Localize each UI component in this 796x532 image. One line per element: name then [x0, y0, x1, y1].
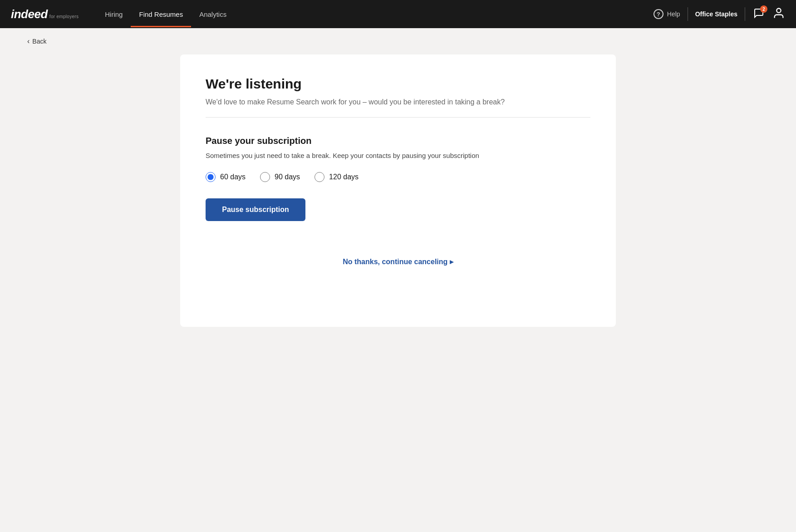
logo-text: indeed: [11, 8, 48, 20]
option-90-days-label: 90 days: [275, 173, 300, 181]
radio-120-days[interactable]: [314, 172, 324, 182]
help-button[interactable]: ? Help: [654, 9, 680, 19]
help-label: Help: [667, 10, 680, 18]
logo: indeed for employers: [11, 8, 79, 20]
help-circle-icon: ?: [654, 9, 663, 19]
card-divider: [206, 117, 590, 118]
notifications-button[interactable]: 2: [752, 8, 765, 20]
nav-links: Hiring Find Resumes Analytics: [97, 1, 654, 27]
no-thanks-link[interactable]: No thanks, continue canceling ▸: [206, 257, 590, 266]
option-90-days[interactable]: 90 days: [260, 172, 300, 182]
notification-badge: 2: [760, 5, 767, 13]
nav-analytics[interactable]: Analytics: [191, 1, 235, 27]
option-60-days-label: 60 days: [220, 173, 246, 181]
navbar: indeed for employers Hiring Find Resumes…: [0, 0, 796, 28]
back-link[interactable]: ‹ Back: [0, 28, 796, 54]
pause-duration-options: 60 days 90 days 120 days: [206, 172, 590, 182]
radio-90-days[interactable]: [260, 172, 270, 182]
card-subtitle: We'd love to make Resume Search work for…: [206, 98, 590, 106]
nav-find-resumes[interactable]: Find Resumes: [131, 1, 191, 27]
option-120-days[interactable]: 120 days: [314, 172, 359, 182]
option-120-days-label: 120 days: [329, 173, 359, 181]
radio-60-days[interactable]: [206, 172, 216, 182]
navbar-divider-1: [688, 7, 688, 21]
nav-hiring[interactable]: Hiring: [97, 1, 131, 27]
card-title: We're listening: [206, 76, 590, 92]
svg-point-0: [776, 9, 781, 13]
profile-icon: [772, 7, 785, 20]
pause-subscription-button[interactable]: Pause subscription: [206, 198, 305, 221]
office-staples-label[interactable]: Office Staples: [695, 10, 737, 18]
section-description: Sometimes you just need to take a break.…: [206, 152, 590, 159]
section-title: Pause your subscription: [206, 136, 590, 146]
back-label: Back: [32, 38, 46, 45]
card: We're listening We'd love to make Resume…: [180, 54, 616, 327]
profile-button[interactable]: [772, 7, 785, 21]
option-60-days[interactable]: 60 days: [206, 172, 246, 182]
navbar-right: ? Help Office Staples 2: [654, 7, 785, 21]
back-chevron-icon: ‹: [27, 37, 29, 45]
logo-sub-text: for employers: [49, 14, 79, 19]
main-container: We're listening We'd love to make Resume…: [153, 54, 643, 354]
navbar-divider-2: [745, 7, 745, 21]
